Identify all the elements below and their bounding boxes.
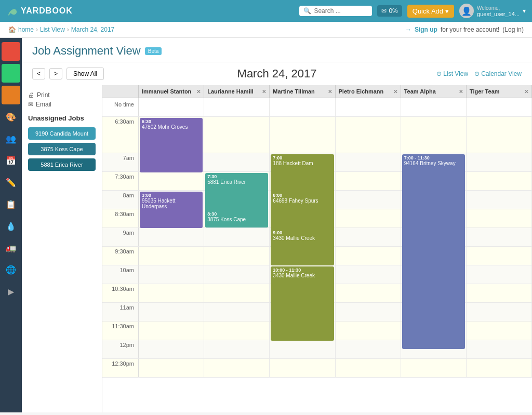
cell-8am-2[interactable]: 8:00 64698 Fahey Spurs bbox=[270, 191, 335, 209]
list-view-toggle[interactable]: ⊙ List View bbox=[436, 70, 468, 77]
cell-1130-5[interactable] bbox=[467, 322, 532, 340]
cell-1230-1[interactable] bbox=[204, 359, 270, 377]
close-pietro[interactable]: ✕ bbox=[393, 89, 397, 95]
signup-link[interactable]: Sign up bbox=[415, 26, 437, 33]
cell-630-2[interactable] bbox=[270, 117, 335, 153]
cell-1030-5[interactable] bbox=[467, 284, 532, 302]
messages-button[interactable]: ✉ 0% bbox=[377, 5, 402, 17]
calendar-view-toggle[interactable]: ⊙ Calendar View bbox=[474, 70, 522, 77]
event-47802[interactable]: 6:30 47802 Mohr Groves bbox=[140, 118, 203, 172]
cell-730-3[interactable] bbox=[336, 172, 401, 190]
calendar-grid-wrapper[interactable]: Immanuel Stanton ✕ Laurianne Hamill ✕ Ma… bbox=[102, 85, 532, 412]
cell-1230-3[interactable] bbox=[336, 359, 401, 377]
cell-630-5[interactable] bbox=[467, 117, 532, 153]
cell-1030-1[interactable] bbox=[204, 284, 270, 302]
cell-630-3[interactable] bbox=[336, 117, 401, 153]
sidebar-item-play[interactable]: ▶ bbox=[2, 282, 20, 301]
show-all-button[interactable]: Show All bbox=[66, 68, 104, 80]
cell-830-1[interactable]: 8:30 3875 Koss Cape bbox=[204, 209, 270, 227]
next-button[interactable]: > bbox=[49, 68, 62, 79]
breadcrumb-home[interactable]: home bbox=[18, 26, 34, 33]
cell-8am-5[interactable] bbox=[467, 191, 532, 209]
cell-9am-5[interactable] bbox=[467, 228, 532, 246]
cell-1230-5[interactable] bbox=[467, 359, 532, 377]
event-3430-mallie[interactable]: 9:00 3430 Mallie Creek bbox=[271, 229, 334, 265]
job-badge-2[interactable]: 3875 Koss Cape bbox=[28, 143, 96, 155]
cell-830-5[interactable] bbox=[467, 209, 532, 227]
cell-12pm-2[interactable] bbox=[270, 340, 335, 358]
cell-notime-5[interactable] bbox=[467, 98, 532, 116]
cell-1030-0[interactable] bbox=[139, 284, 204, 302]
cell-10am-1[interactable] bbox=[204, 265, 270, 284]
cell-9am-3[interactable] bbox=[336, 228, 401, 246]
cell-930-0[interactable] bbox=[139, 247, 204, 265]
sidebar-item-truck[interactable]: 🚛 bbox=[2, 238, 20, 257]
cell-12pm-3[interactable] bbox=[336, 340, 401, 358]
sidebar-item-water[interactable]: 💧 bbox=[2, 217, 20, 235]
cell-notime-2[interactable] bbox=[270, 98, 335, 116]
quick-add-button[interactable]: Quick Add ▾ bbox=[407, 5, 454, 18]
breadcrumb-list-view[interactable]: List View bbox=[40, 26, 65, 33]
cell-7am-5[interactable] bbox=[467, 153, 532, 171]
prev-button[interactable]: < bbox=[32, 68, 45, 79]
search-box[interactable]: 🔍 bbox=[299, 6, 372, 16]
cell-830-3[interactable] bbox=[336, 209, 401, 227]
cell-730-0[interactable] bbox=[139, 172, 204, 190]
cell-11am-1[interactable] bbox=[204, 303, 270, 321]
cell-930-3[interactable] bbox=[336, 247, 401, 265]
job-badge-1[interactable]: 9190 Candida Mount bbox=[28, 127, 96, 140]
cell-930-1[interactable] bbox=[204, 247, 270, 265]
cell-730-5[interactable] bbox=[467, 172, 532, 190]
job-badge-3[interactable]: 5881 Erica River bbox=[28, 158, 96, 171]
cell-11am-0[interactable] bbox=[139, 303, 204, 321]
close-team-alpha[interactable]: ✕ bbox=[459, 89, 463, 95]
close-laurianne[interactable]: ✕ bbox=[262, 89, 266, 95]
cell-10am-0[interactable] bbox=[139, 265, 204, 284]
cell-630-0[interactable]: 6:30 47802 Mohr Groves bbox=[139, 117, 204, 153]
cell-notime-0[interactable] bbox=[139, 98, 204, 116]
cell-10am-3[interactable] bbox=[336, 265, 401, 284]
cell-9am-1[interactable] bbox=[204, 228, 270, 246]
cell-1230-4[interactable] bbox=[401, 359, 467, 377]
cell-notime-1[interactable] bbox=[204, 98, 270, 116]
search-input[interactable] bbox=[314, 7, 368, 15]
cell-12pm-5[interactable] bbox=[467, 340, 532, 358]
cell-1030-3[interactable] bbox=[336, 284, 401, 302]
cell-630-1[interactable] bbox=[204, 117, 270, 153]
cell-notime-4[interactable] bbox=[401, 98, 467, 116]
event-95035[interactable]: 3:00 95035 Hackett Underpass bbox=[140, 192, 203, 228]
cell-11am-3[interactable] bbox=[336, 303, 401, 321]
cell-8am-3[interactable] bbox=[336, 191, 401, 209]
event-64698[interactable]: 8:00 64698 Fahey Spurs bbox=[271, 192, 334, 209]
cell-730-1[interactable]: 7:30 5881 Erica River bbox=[204, 172, 270, 190]
sidebar-item-people[interactable]: 👥 bbox=[2, 129, 20, 148]
sidebar-item-palette[interactable]: 🎨 bbox=[2, 108, 20, 126]
user-menu[interactable]: 👤 Welcome, guest_user_14... ▾ bbox=[459, 4, 526, 18]
cell-630-4[interactable] bbox=[401, 117, 467, 153]
cell-9am-0[interactable] bbox=[139, 228, 204, 246]
event-3430-mallie-2[interactable]: 10:00 - 11:30 3430 Mallie Creek bbox=[271, 266, 334, 341]
sidebar-item-globe[interactable]: 🌐 bbox=[2, 260, 20, 279]
cell-12pm-1[interactable] bbox=[204, 340, 270, 358]
close-martine[interactable]: ✕ bbox=[328, 89, 332, 95]
sidebar-item-copy[interactable]: 📋 bbox=[2, 195, 20, 213]
event-3875-koss[interactable]: 8:30 3875 Koss Cape bbox=[205, 210, 268, 227]
cell-7am-1[interactable] bbox=[204, 153, 270, 171]
cell-7am-2[interactable]: 7:00 188 Hackett Dam bbox=[270, 153, 335, 171]
sidebar-icon-red[interactable] bbox=[2, 42, 20, 61]
cell-12pm-0[interactable] bbox=[139, 340, 204, 358]
event-94164[interactable]: 7:00 - 11:30 94164 Britney Skyway bbox=[402, 154, 465, 349]
sidebar-icon-orange[interactable] bbox=[2, 86, 20, 104]
cell-7am-3[interactable] bbox=[336, 153, 401, 171]
email-link[interactable]: ✉ Email bbox=[28, 101, 96, 108]
cell-10am-2[interactable]: 10:00 - 11:30 3430 Mallie Creek bbox=[270, 265, 335, 284]
cell-11am-5[interactable] bbox=[467, 303, 532, 321]
cell-1130-3[interactable] bbox=[336, 322, 401, 340]
sidebar-item-edit[interactable]: ✏️ bbox=[2, 173, 20, 192]
cell-10am-5[interactable] bbox=[467, 265, 532, 284]
login-link[interactable]: (Log in) bbox=[502, 26, 524, 33]
cell-7am-4[interactable]: 7:00 - 11:30 94164 Britney Skyway bbox=[401, 153, 467, 171]
close-immanuel[interactable]: ✕ bbox=[196, 89, 201, 95]
sidebar-icon-green[interactable] bbox=[2, 64, 20, 83]
cell-1230-0[interactable] bbox=[139, 359, 204, 377]
